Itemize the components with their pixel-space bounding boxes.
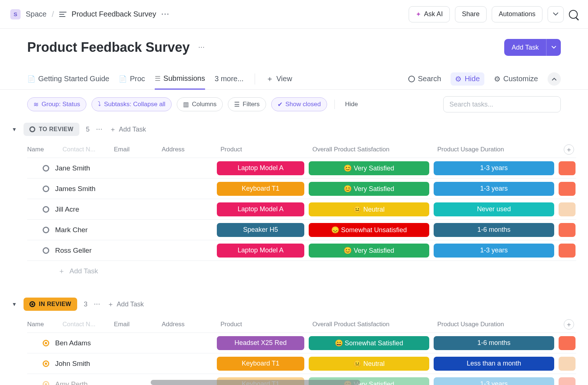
col-address[interactable]: Address bbox=[162, 146, 217, 153]
subtasks-chip[interactable]: ⤵ Subtasks: Collapse all bbox=[92, 97, 172, 111]
table-row[interactable]: Ross GellerLaptop Model A😊 Very Satisfie… bbox=[27, 240, 576, 261]
add-view-button[interactable]: ＋ View bbox=[266, 68, 292, 89]
table-row[interactable]: John SmithKeyboard T1😐 NeutralLess than … bbox=[27, 353, 576, 374]
extra-tag[interactable] bbox=[559, 336, 576, 350]
add-column-button[interactable]: ＋ bbox=[564, 144, 574, 155]
row-status-icon[interactable] bbox=[43, 165, 49, 172]
row-status-icon[interactable] bbox=[43, 206, 49, 213]
tab-more[interactable]: 3 more... bbox=[215, 68, 244, 89]
add-task-button[interactable]: Add Task bbox=[504, 39, 561, 56]
col-name[interactable]: Name bbox=[27, 146, 62, 153]
row-status-icon[interactable] bbox=[43, 227, 49, 233]
row-status-icon[interactable] bbox=[43, 247, 49, 254]
status-pill[interactable]: TO REVIEW bbox=[24, 123, 79, 136]
more-dropdown-button[interactable] bbox=[548, 6, 564, 22]
duration-tag[interactable]: Never used bbox=[434, 202, 554, 216]
satisfaction-tag[interactable]: 😊 Very Satisfied bbox=[309, 161, 429, 175]
add-column-button[interactable]: ＋ bbox=[564, 319, 574, 330]
satisfaction-tag[interactable]: 😄 Somewhat Satisfied bbox=[309, 336, 429, 350]
table-row[interactable]: Ben AdamsHeadset X25 Red😄 Somewhat Satis… bbox=[27, 333, 576, 353]
space-label[interactable]: Space bbox=[26, 10, 47, 18]
add-task-caret[interactable] bbox=[546, 39, 561, 56]
satisfaction-tag[interactable]: 😊 Very Satisfied bbox=[309, 182, 429, 196]
col-duration[interactable]: Product Usage Duration bbox=[434, 146, 559, 153]
satisfaction-tag[interactable]: 😐 Neutral bbox=[309, 357, 429, 371]
row-name[interactable]: Mark Cher bbox=[55, 226, 88, 234]
product-tag[interactable]: Keyboard T1 bbox=[217, 357, 304, 371]
collapse-caret-icon[interactable]: ▼ bbox=[12, 301, 17, 307]
col-email[interactable]: Email bbox=[114, 321, 162, 328]
tab-proc[interactable]: 📄 Proc bbox=[119, 68, 145, 89]
col-satisfaction[interactable]: Overall Product Satisfaction bbox=[309, 321, 434, 328]
row-name[interactable]: Ross Geller bbox=[55, 247, 92, 255]
product-tag[interactable]: Laptop Model A bbox=[217, 244, 304, 258]
automations-button[interactable]: Automations bbox=[492, 6, 542, 22]
col-address[interactable]: Address bbox=[162, 321, 217, 328]
horizontal-scrollbar[interactable] bbox=[151, 380, 360, 385]
search-button[interactable]: Search bbox=[408, 75, 441, 83]
duration-tag[interactable]: 1-3 years bbox=[434, 161, 554, 175]
search-tasks-input[interactable] bbox=[443, 96, 561, 112]
col-contact[interactable]: Contact N... bbox=[62, 321, 114, 328]
satisfaction-tag[interactable]: 😐 Neutral bbox=[309, 202, 429, 216]
col-product[interactable]: Product bbox=[217, 146, 309, 153]
ask-ai-button[interactable]: ✦ Ask AI bbox=[409, 6, 450, 22]
col-email[interactable]: Email bbox=[114, 146, 162, 153]
duration-tag[interactable]: 1-3 years bbox=[434, 182, 554, 196]
global-search-icon[interactable] bbox=[569, 10, 578, 19]
space-badge[interactable]: S bbox=[10, 9, 21, 19]
row-name[interactable]: Amy Perth bbox=[55, 380, 88, 385]
extra-tag[interactable] bbox=[559, 377, 576, 385]
duration-tag[interactable]: 1-6 months bbox=[434, 336, 554, 350]
breadcrumb-title[interactable]: Product Feedback Survey bbox=[72, 10, 156, 18]
add-task-row[interactable]: ＋Add Task bbox=[27, 261, 576, 281]
col-satisfaction[interactable]: Overall Product Satisfaction bbox=[309, 146, 434, 153]
col-contact[interactable]: Contact N... bbox=[62, 146, 114, 153]
row-status-icon[interactable] bbox=[43, 186, 49, 192]
customize-button[interactable]: ⚙ Customize bbox=[494, 75, 538, 83]
more-icon[interactable]: ··· bbox=[94, 301, 101, 307]
row-name[interactable]: John Smith bbox=[55, 360, 90, 368]
row-status-icon[interactable] bbox=[43, 381, 49, 385]
table-row[interactable]: Jill AcreLaptop Model A😐 NeutralNever us… bbox=[27, 199, 576, 220]
table-row[interactable]: Mark CherSpeaker H5😞 Somewhat Unsatisfie… bbox=[27, 220, 576, 240]
col-product[interactable]: Product bbox=[217, 321, 309, 328]
tab-getting-started[interactable]: 📄 Getting Started Guide bbox=[27, 68, 109, 89]
satisfaction-tag[interactable]: 😊 Very Satisfied bbox=[309, 244, 429, 258]
row-name[interactable]: Jill Acre bbox=[55, 205, 79, 213]
extra-tag[interactable] bbox=[559, 244, 576, 258]
group-add-task-button[interactable]: ＋Add Task bbox=[107, 300, 144, 309]
table-row[interactable]: Jane SmithLaptop Model A😊 Very Satisfied… bbox=[27, 158, 576, 179]
row-name[interactable]: Ben Adams bbox=[55, 339, 91, 347]
product-tag[interactable]: Laptop Model A bbox=[217, 202, 304, 216]
show-closed-chip[interactable]: ✔ Show closed bbox=[271, 97, 327, 111]
group-chip[interactable]: ≋ Group: Status bbox=[27, 97, 86, 111]
tab-submissions[interactable]: ☰ Submissions bbox=[155, 69, 205, 90]
extra-tag[interactable] bbox=[559, 357, 576, 371]
more-icon[interactable]: ··· bbox=[96, 126, 103, 132]
title-more-icon[interactable]: ··· bbox=[198, 44, 205, 50]
product-tag[interactable]: Laptop Model A bbox=[217, 161, 304, 175]
collapse-caret-icon[interactable]: ▼ bbox=[12, 126, 17, 132]
row-name[interactable]: Jane Smith bbox=[55, 164, 90, 172]
extra-tag[interactable] bbox=[559, 202, 576, 216]
share-button[interactable]: Share bbox=[455, 6, 487, 22]
col-duration[interactable]: Product Usage Duration bbox=[434, 321, 559, 328]
satisfaction-tag[interactable]: 😞 Somewhat Unsatisfied bbox=[309, 223, 429, 237]
duration-tag[interactable]: 1-6 months bbox=[434, 223, 554, 237]
row-name[interactable]: James Smith bbox=[55, 185, 96, 193]
duration-tag[interactable]: 1-3 years bbox=[434, 377, 554, 385]
row-status-icon[interactable] bbox=[43, 360, 49, 367]
collapse-button[interactable] bbox=[548, 72, 561, 86]
filters-chip[interactable]: ☰ Filters bbox=[228, 97, 266, 111]
product-tag[interactable]: Headset X25 Red bbox=[217, 336, 304, 350]
status-pill[interactable]: IN REVIEW bbox=[24, 298, 77, 311]
hide-button[interactable]: ⚙ Hide bbox=[451, 72, 484, 86]
columns-chip[interactable]: ▥ Columns bbox=[177, 97, 223, 111]
group-add-task-button[interactable]: ＋Add Task bbox=[110, 125, 146, 134]
col-name[interactable]: Name bbox=[27, 321, 62, 328]
duration-tag[interactable]: 1-3 years bbox=[434, 244, 554, 258]
duration-tag[interactable]: Less than a month bbox=[434, 357, 554, 371]
hide-filters-button[interactable]: Hide bbox=[342, 101, 361, 108]
extra-tag[interactable] bbox=[559, 182, 576, 196]
